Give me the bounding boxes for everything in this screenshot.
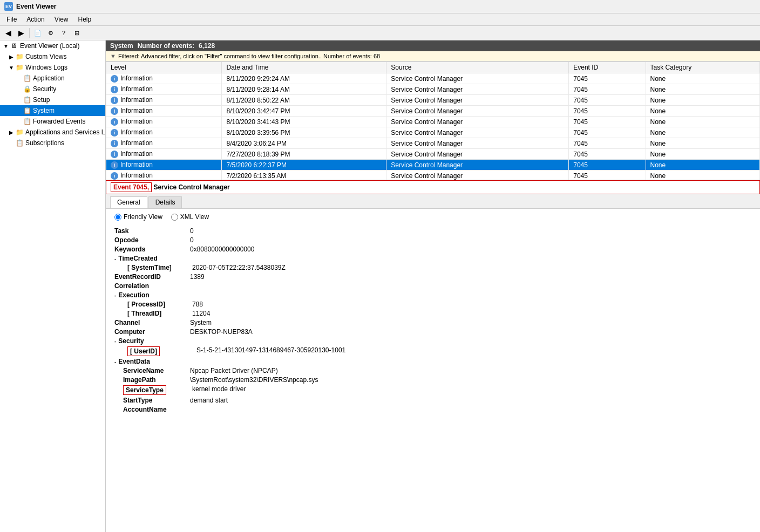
correlation-label: Correlation <box>114 282 190 290</box>
sidebar-item-apps-services[interactable]: ▶ 📁 Applications and Services Lo <box>0 127 105 138</box>
content-header: System Number of events: 6,128 <box>106 40 760 51</box>
image-path-row: ImagePath \SystemRoot\system32\DRIVERS\n… <box>114 376 751 384</box>
user-id-row: [ UserID] S-1-5-21-431301497-1314689467-… <box>114 346 751 356</box>
cell-level: iInformation <box>106 117 222 127</box>
table-row[interactable]: iInformation7/2/2020 6:13:35 AMService C… <box>106 170 760 181</box>
task-value: 0 <box>190 227 751 235</box>
toolbar-action1[interactable]: 📄 <box>32 27 44 39</box>
sidebar-label-system: System <box>33 107 55 114</box>
sidebar-item-forwarded-events[interactable]: 📋 Forwarded Events <box>0 116 105 127</box>
col-eventid[interactable]: Event ID <box>569 62 646 73</box>
cell-eventid: 7045 <box>569 106 646 117</box>
table-row[interactable]: iInformation8/10/2020 3:42:47 PMService … <box>106 106 760 117</box>
sidebar-label-custom-views: Custom Views <box>25 53 66 60</box>
menu-file[interactable]: File <box>2 15 21 24</box>
service-name-label: ServiceName <box>114 367 190 374</box>
info-icon: i <box>111 151 118 158</box>
table-row[interactable]: iInformation8/11/2020 9:29:24 AMService … <box>106 73 760 84</box>
sidebar-item-system[interactable]: 📋 System <box>0 105 105 116</box>
channel-value: System <box>190 319 751 326</box>
cell-task: None <box>646 138 759 149</box>
col-taskcategory[interactable]: Task Category <box>646 62 759 73</box>
friendly-view-label: Friendly View <box>124 213 162 221</box>
table-row[interactable]: iInformation7/27/2020 8:18:39 PMService … <box>106 149 760 160</box>
toolbar-forward[interactable]: ▶ <box>15 27 27 39</box>
cell-source: Service Control Manager <box>386 95 569 106</box>
table-row[interactable]: iInformation8/11/2020 8:50:22 AMService … <box>106 95 760 106</box>
keywords-value: 0x8080000000000000 <box>190 245 751 253</box>
cell-task: None <box>646 149 759 160</box>
collapse-security[interactable]: - <box>114 338 116 344</box>
cell-source: Service Control Manager <box>386 127 569 138</box>
xml-view-label: XML View <box>180 213 209 221</box>
thread-id-label: [ ThreadID] <box>127 310 192 317</box>
cell-eventid: 7045 <box>569 84 646 95</box>
main-container: ▼ 🖥 Event Viewer (Local) ▶ 📁 Custom View… <box>0 40 760 532</box>
table-row[interactable]: iInformation8/11/2020 9:28:14 AMService … <box>106 84 760 95</box>
folder-icon: 📁 <box>15 52 24 61</box>
sidebar-item-event-viewer-local[interactable]: ▼ 🖥 Event Viewer (Local) <box>0 40 105 51</box>
sidebar-item-setup[interactable]: 📋 Setup <box>0 94 105 105</box>
col-source[interactable]: Source <box>386 62 569 73</box>
table-row[interactable]: iInformation8/10/2020 3:41:43 PMService … <box>106 117 760 127</box>
toolbar-back[interactable]: ◀ <box>2 27 14 39</box>
content-title: System <box>110 42 133 50</box>
col-datetime[interactable]: Date and Time <box>222 62 386 73</box>
col-level[interactable]: Level <box>106 62 222 73</box>
toolbar-help[interactable]: ? <box>58 27 70 39</box>
tab-general[interactable]: General <box>110 196 147 208</box>
system-time-value: 2020-07-05T22:22:37.5438039Z <box>192 264 286 271</box>
xml-view-input[interactable] <box>171 214 178 221</box>
correlation-row: Correlation <box>114 282 751 290</box>
tab-details[interactable]: Details <box>148 196 182 208</box>
menu-view[interactable]: View <box>50 15 73 24</box>
system-time-label: [ SystemTime] <box>127 264 192 271</box>
expand-icon: ▼ <box>8 65 15 71</box>
filter-icon: ▼ <box>110 53 116 59</box>
userid-box: [ UserID] <box>127 346 160 356</box>
cell-source: Service Control Manager <box>386 149 569 160</box>
collapse-execution[interactable]: - <box>114 292 116 298</box>
sidebar-item-windows-logs[interactable]: ▼ 📁 Windows Logs <box>0 62 105 73</box>
collapse-time-created[interactable]: - <box>114 256 116 262</box>
collapse-event-data[interactable]: - <box>114 359 116 365</box>
toolbar: ◀ ▶ 📄 ⚙ ? ⊞ <box>0 26 760 40</box>
cell-eventid: 7045 <box>569 160 646 170</box>
toolbar-action2[interactable]: ⚙ <box>45 27 57 39</box>
sidebar-label-security: Security <box>33 85 56 93</box>
sidebar-item-application[interactable]: 📋 Application <box>0 73 105 84</box>
security-label: Security <box>118 337 144 345</box>
table-row[interactable]: iInformation8/4/2020 3:06:24 PMService C… <box>106 138 760 149</box>
sidebar-item-security[interactable]: 🔒 Security <box>0 84 105 94</box>
cell-datetime: 8/10/2020 3:41:43 PM <box>222 117 386 127</box>
cell-eventid: 7045 <box>569 149 646 160</box>
menu-action[interactable]: Action <box>22 15 49 24</box>
menu-help[interactable]: Help <box>74 15 96 24</box>
event-data-label: EventData <box>118 358 150 365</box>
table-row[interactable]: iInformation8/10/2020 3:39:56 PMService … <box>106 127 760 138</box>
cell-source: Service Control Manager <box>386 170 569 181</box>
opcode-label: Opcode <box>114 236 190 244</box>
info-icon: i <box>111 161 118 169</box>
sidebar-item-custom-views[interactable]: ▶ 📁 Custom Views <box>0 51 105 62</box>
friendly-view-radio[interactable]: Friendly View <box>114 213 162 221</box>
xml-view-radio[interactable]: XML View <box>171 213 209 221</box>
cell-level: iInformation <box>106 73 222 84</box>
event-id-box: Event 7045, <box>111 182 152 192</box>
cell-level: iInformation <box>106 160 222 170</box>
cell-eventid: 7045 <box>569 138 646 149</box>
cell-eventid: 7045 <box>569 117 646 127</box>
service-name-value: Npcap Packet Driver (NPCAP) <box>190 367 751 374</box>
expand-icon: ▶ <box>8 54 15 60</box>
service-type-label: ServiceType <box>114 385 190 395</box>
cell-source: Service Control Manager <box>386 84 569 95</box>
account-name-value <box>190 406 751 413</box>
cell-task: None <box>646 106 759 117</box>
table-row[interactable]: iInformation7/5/2020 6:22:37 PMService C… <box>106 160 760 170</box>
sidebar-item-subscriptions[interactable]: 📋 Subscriptions <box>0 138 105 148</box>
friendly-view-input[interactable] <box>114 214 121 221</box>
cell-datetime: 8/10/2020 3:42:47 PM <box>222 106 386 117</box>
toolbar-grid[interactable]: ⊞ <box>71 27 83 39</box>
content-area: System Number of events: 6,128 ▼ Filtere… <box>106 40 760 532</box>
thread-id-row: [ ThreadID] 11204 <box>114 310 751 317</box>
